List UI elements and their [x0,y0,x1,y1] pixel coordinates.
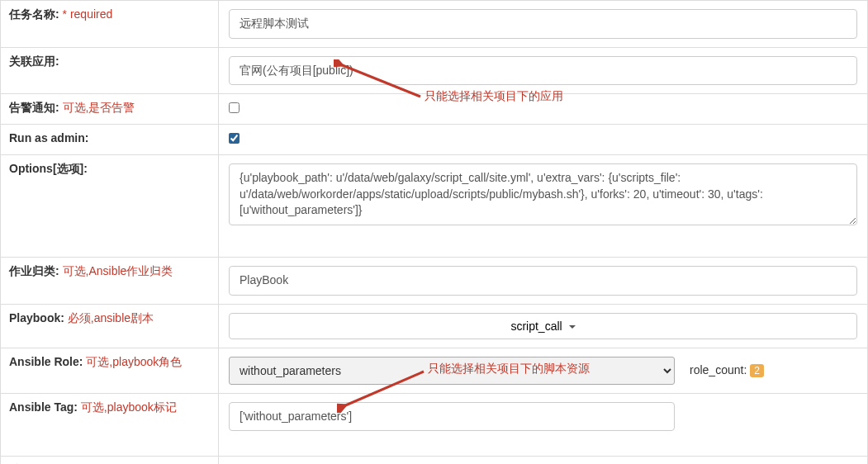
alert-hint: 可选,是否告警 [63,101,135,114]
ansible-role-label: Ansible Role: [9,355,83,368]
run-as-admin-label: Run as admin: [9,131,88,144]
job-cat-hint: 可选,Ansible作业归类 [63,264,173,277]
related-app-input[interactable] [229,56,857,86]
run-as-admin-checkbox[interactable] [229,133,240,144]
ansible-tag-label: Ansible Tag: [9,400,78,414]
ansible-tag-hint: 可选,playbook标记 [81,400,177,414]
ansible-role-select[interactable]: without_parameters [229,357,675,385]
playbook-dropdown-text: script_call [510,320,562,333]
role-count-badge: 2 [750,364,764,377]
alert-label: 告警通知: [9,101,59,114]
options-textarea[interactable] [229,163,857,225]
playbook-label: Playbook: [9,311,64,324]
options-label: Options[选项]: [9,162,88,175]
task-name-required: * required [63,7,113,21]
task-name-label: 任务名称: [9,7,59,21]
role-count-label: role_count: [690,363,747,376]
ansible-tag-input[interactable] [229,402,675,432]
related-app-label: 关联应用: [9,54,59,68]
alert-checkbox[interactable] [229,102,240,113]
playbook-hint: 必须,ansible剧本 [68,311,154,324]
caret-down-icon [569,325,576,329]
ansible-role-hint: 可选,playbook角色 [86,355,182,368]
job-cat-label: 作业归类: [9,264,59,277]
task-name-input[interactable] [229,9,857,39]
playbook-dropdown[interactable]: script_call [229,313,857,339]
job-cat-input[interactable] [229,266,857,296]
